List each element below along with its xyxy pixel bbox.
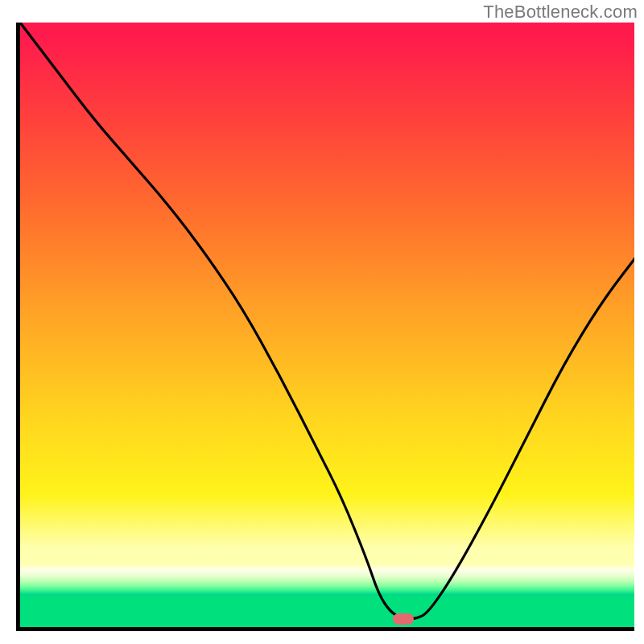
optimal-marker (393, 613, 414, 625)
chart-container: TheBottleneck.com (0, 0, 644, 644)
bottleneck-curve (20, 23, 634, 631)
curve-path (20, 23, 634, 619)
watermark-text: TheBottleneck.com (483, 2, 638, 23)
plot-area (16, 23, 634, 631)
